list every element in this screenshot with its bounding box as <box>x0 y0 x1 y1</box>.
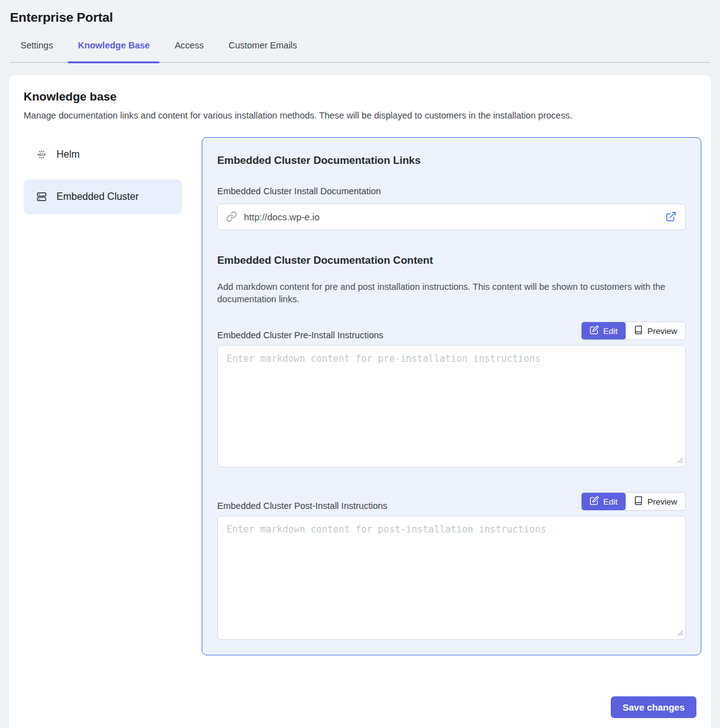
content-section-description: Add markdown content for pre and post in… <box>217 281 683 305</box>
pre-install-textarea[interactable] <box>217 345 686 467</box>
book-icon <box>634 325 643 336</box>
pre-install-editor <box>217 345 686 467</box>
post-install-textarea[interactable] <box>217 516 686 640</box>
sidebar-item-helm[interactable]: HELM Helm <box>24 137 182 172</box>
sidebar-item-embedded-cluster[interactable]: Embedded Cluster <box>24 179 182 214</box>
post-install-label-row: Embedded Cluster Post-Install Instructio… <box>217 492 686 511</box>
book-icon <box>634 496 643 507</box>
pre-install-edit-button[interactable]: Edit <box>582 322 626 339</box>
edit-icon <box>590 496 599 507</box>
card-description: Manage documentation links and content f… <box>24 110 696 120</box>
knowledge-base-card: Knowledge base Manage documentation link… <box>9 75 711 728</box>
pre-install-label-row: Embedded Cluster Pre-Install Instruction… <box>217 321 686 340</box>
edit-icon <box>590 325 599 336</box>
tab-knowledge-base[interactable]: Knowledge Base <box>68 35 160 62</box>
post-install-label: Embedded Cluster Post-Install Instructio… <box>217 501 387 511</box>
resize-handle[interactable] <box>677 630 683 636</box>
tab-settings[interactable]: Settings <box>11 35 63 62</box>
svg-text:HELM: HELM <box>38 153 45 156</box>
pre-install-label: Embedded Cluster Pre-Install Instruction… <box>217 330 384 340</box>
footer-actions: Save changes <box>24 696 696 718</box>
tab-customer-emails[interactable]: Customer Emails <box>218 35 307 62</box>
pre-install-preview-button[interactable]: Preview <box>626 322 685 339</box>
post-install-mode-toggle: Edit Preview <box>581 492 686 511</box>
post-install-edit-button[interactable]: Edit <box>582 493 626 510</box>
sidebar-item-label: Embedded Cluster <box>56 191 139 202</box>
card-title: Knowledge base <box>24 90 696 104</box>
page-header: Enterprise Portal Settings Knowledge Bas… <box>0 0 720 63</box>
embedded-cluster-panel: Embedded Cluster Documentation Links Emb… <box>202 137 701 655</box>
save-changes-button[interactable]: Save changes <box>611 696 696 718</box>
tab-bar: Settings Knowledge Base Access Customer … <box>10 35 710 63</box>
sidebar-item-label: Helm <box>56 149 79 160</box>
resize-handle[interactable] <box>677 457 683 464</box>
external-link-icon[interactable] <box>665 211 677 225</box>
links-section-title: Embedded Cluster Documentation Links <box>217 155 686 167</box>
server-stack-icon <box>35 191 48 203</box>
tab-access[interactable]: Access <box>164 35 214 62</box>
install-doc-label: Embedded Cluster Install Documentation <box>217 186 686 196</box>
post-install-preview-button[interactable]: Preview <box>626 493 685 510</box>
helm-icon: HELM <box>35 148 48 161</box>
install-doc-url-input[interactable] <box>217 204 686 230</box>
page-title: Enterprise Portal <box>10 10 710 25</box>
content-row: HELM Helm Embedded Cluster E <box>24 137 696 655</box>
edit-button-label: Edit <box>603 497 618 506</box>
preview-button-label: Preview <box>647 497 677 506</box>
preview-button-label: Preview <box>647 326 677 336</box>
edit-button-label: Edit <box>603 326 618 336</box>
content-section-title: Embedded Cluster Documentation Content <box>217 254 686 267</box>
install-method-nav: HELM Helm Embedded Cluster <box>24 137 182 222</box>
pre-install-mode-toggle: Edit Preview <box>581 321 686 340</box>
install-doc-field <box>217 204 686 230</box>
post-install-editor <box>217 516 686 640</box>
